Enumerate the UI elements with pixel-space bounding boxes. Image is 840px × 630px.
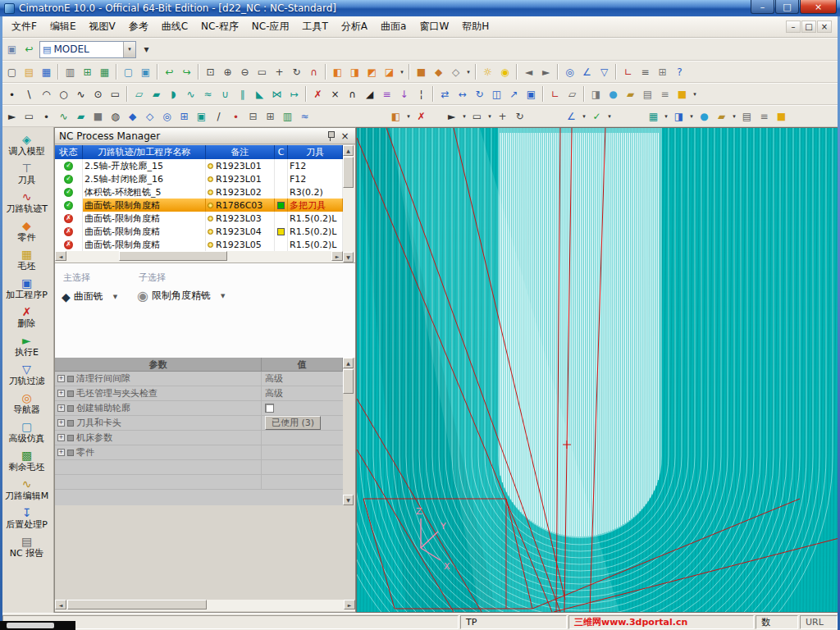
screen-split-icon[interactable]: ▣ xyxy=(137,63,154,80)
scroll-right-icon[interactable] xyxy=(344,600,355,609)
panel-close-icon[interactable] xyxy=(339,130,351,142)
menu-item[interactable]: 帮助H xyxy=(455,16,495,37)
offset-surface-icon[interactable]: ∥ xyxy=(234,85,251,103)
line-icon[interactable]: \ xyxy=(21,85,38,103)
menu-item[interactable]: 参考 xyxy=(122,16,155,37)
scroll-down-icon[interactable] xyxy=(343,495,354,505)
rectangle-icon[interactable]: ▭ xyxy=(107,85,124,103)
sidebar-item-6[interactable]: ▣加工程序P xyxy=(1,276,53,300)
loft-surface-icon[interactable]: ≈ xyxy=(199,85,217,103)
sub-procedure-select[interactable]: ◉ 限制角度精铣 ▼ xyxy=(137,288,225,304)
trim-curve-icon[interactable]: × xyxy=(326,85,344,103)
param-row[interactable]: 毛坯管理与夹头检查高级 xyxy=(55,386,343,401)
panel-horizontal-scrollbar[interactable] xyxy=(55,600,355,611)
snap-center-icon[interactable]: ◎ xyxy=(158,107,176,125)
pan-hand-icon[interactable]: + xyxy=(494,107,511,125)
sidebar-item-4[interactable]: ◆零件 xyxy=(1,219,53,243)
column-header[interactable]: C xyxy=(275,145,288,159)
shading-options-icon-caret[interactable]: ▾ xyxy=(687,107,696,125)
back-arrow-icon[interactable]: ↩ xyxy=(21,41,38,58)
param-row[interactable]: 机床参数 xyxy=(55,431,343,445)
window-select-icon[interactable]: ▭ xyxy=(468,107,486,125)
help-icon[interactable]: ? xyxy=(671,63,688,80)
display-list-icon[interactable]: ≡ xyxy=(656,85,673,103)
spreadsheet-icon[interactable]: ▦ xyxy=(96,63,113,80)
pan-icon[interactable]: + xyxy=(271,63,288,80)
measure-tools-icon[interactable]: ∠ xyxy=(563,107,580,125)
extrude-surface-icon[interactable]: ▰ xyxy=(148,85,165,103)
menu-item[interactable]: 分析A xyxy=(335,16,374,37)
mdi-restore-icon[interactable]: □ xyxy=(801,21,816,33)
menu-item[interactable]: 窗口W xyxy=(413,16,455,37)
scroll-up-icon[interactable] xyxy=(343,145,354,156)
expand-icon[interactable] xyxy=(57,390,65,397)
snap-midpoint-icon[interactable]: ◇ xyxy=(141,107,158,125)
plane-surface-icon[interactable]: ▱ xyxy=(130,85,148,103)
filter-point-icon[interactable]: ∙ xyxy=(38,107,55,125)
work-plane-icon[interactable]: ∟ xyxy=(546,85,564,103)
sidebar-item-3[interactable]: ∿刀路轨迹T xyxy=(1,190,53,214)
material-box-icon[interactable]: ■ xyxy=(773,107,790,125)
sidebar-item-5[interactable]: ▦毛坯 xyxy=(1,248,53,272)
column-header[interactable]: 刀具 xyxy=(288,145,343,159)
shading-options-icon[interactable]: ◨ xyxy=(670,107,687,125)
ucs-axes-icon[interactable]: ∟ xyxy=(619,63,637,80)
render-options-icon[interactable]: ◨ xyxy=(587,85,605,103)
sidebar-item-2[interactable]: ⊤刀具 xyxy=(1,162,53,185)
toolpath-row[interactable]: ✓体积铣-环绕粗铣_5R1923L02R3(0.2) xyxy=(55,185,343,199)
filter-all-icon[interactable]: ◍ xyxy=(107,107,124,125)
scroll-thumb[interactable] xyxy=(119,251,227,261)
shaded-mode-icon[interactable]: ■ xyxy=(413,63,430,80)
verify-icon-caret[interactable]: ▾ xyxy=(605,107,614,125)
filter-curve-icon[interactable]: ∿ xyxy=(55,107,72,125)
attributes-table-icon[interactable]: ▤ xyxy=(639,85,656,103)
view-front-icon[interactable]: ◨ xyxy=(346,63,363,80)
target-point-icon[interactable]: ◎ xyxy=(561,63,578,80)
toolpath-row[interactable]: ✓曲面铣-限制角度精R1786C03多把刀具 xyxy=(55,199,343,212)
levels-icon[interactable]: ≡ xyxy=(637,63,654,80)
used-tools-button[interactable]: 已使用 (3) xyxy=(265,416,321,430)
pen-style-icon[interactable]: ▰ xyxy=(622,85,639,103)
expand-icon[interactable] xyxy=(57,404,65,412)
maximize-button[interactable]: □ xyxy=(775,0,799,14)
snap-endpoint-icon[interactable]: ◆ xyxy=(124,107,141,125)
expand-icon[interactable] xyxy=(57,419,65,427)
fillet-curve-icon[interactable]: ∩ xyxy=(344,85,361,103)
filter-icon[interactable]: ▽ xyxy=(596,63,613,80)
mdi-minimize-icon[interactable]: – xyxy=(786,21,801,33)
show-model-icon[interactable]: ◧ xyxy=(387,107,404,125)
model-selector[interactable]: ▤MODEL▾ xyxy=(39,41,136,58)
menu-item[interactable]: NC-应用 xyxy=(245,16,296,37)
copy-icon[interactable]: ▣ xyxy=(523,85,540,103)
minimize-button[interactable]: – xyxy=(751,0,774,14)
toolpath-row[interactable]: ✗曲面铣-限制角度精R1923L05R1.5(0.2)L xyxy=(55,238,343,251)
verify-icon[interactable]: ✓ xyxy=(588,107,605,125)
rotate-view-icon[interactable]: ↻ xyxy=(288,63,305,80)
data-table-icon[interactable]: ⊞ xyxy=(79,63,96,80)
zoom-fit-icon[interactable]: ▭ xyxy=(253,63,271,80)
next-icon[interactable]: ► xyxy=(537,63,555,80)
orbit-icon[interactable]: ↻ xyxy=(511,107,528,125)
open-folder-icon[interactable]: ▤ xyxy=(21,63,38,80)
screen-layout-icon[interactable]: ▢ xyxy=(120,63,137,80)
viewport-canvas[interactable]: ZYX xyxy=(357,128,839,612)
stitch-surface-icon[interactable]: ⋈ xyxy=(268,85,285,103)
toolpath-row[interactable]: ✓2.5轴-封闭轮廓_16R1923L01F12 xyxy=(55,172,343,185)
redo-icon[interactable]: ↪ xyxy=(178,63,195,80)
chamfer-icon[interactable]: ◢ xyxy=(361,85,378,103)
zoom-window-icon[interactable]: ⊡ xyxy=(202,63,219,80)
menu-item[interactable]: 工具T xyxy=(295,16,334,37)
mdi-close-icon[interactable]: × xyxy=(817,21,832,33)
toolpath-row[interactable]: ✓2.5轴-开放轮廓_15R1923L01F12 xyxy=(55,159,343,172)
wireframe-mode-icon[interactable]: ◇ xyxy=(447,63,464,80)
view-right-icon-caret[interactable]: ▾ xyxy=(398,63,406,80)
select-arrow-icon[interactable]: ► xyxy=(3,107,21,125)
snap-intersection-icon[interactable]: ⊞ xyxy=(176,107,193,125)
scale-icon[interactable]: ↗ xyxy=(505,85,523,103)
select-window-icon[interactable]: ▭ xyxy=(21,107,38,125)
panel-title-bar[interactable]: NC Process Manager xyxy=(55,128,355,144)
expand-icon[interactable] xyxy=(57,434,65,441)
param-row[interactable]: 清理行间间隙高级 xyxy=(55,372,343,386)
parameters-vertical-scrollbar[interactable] xyxy=(343,358,355,505)
scroll-down-icon[interactable] xyxy=(343,252,354,262)
